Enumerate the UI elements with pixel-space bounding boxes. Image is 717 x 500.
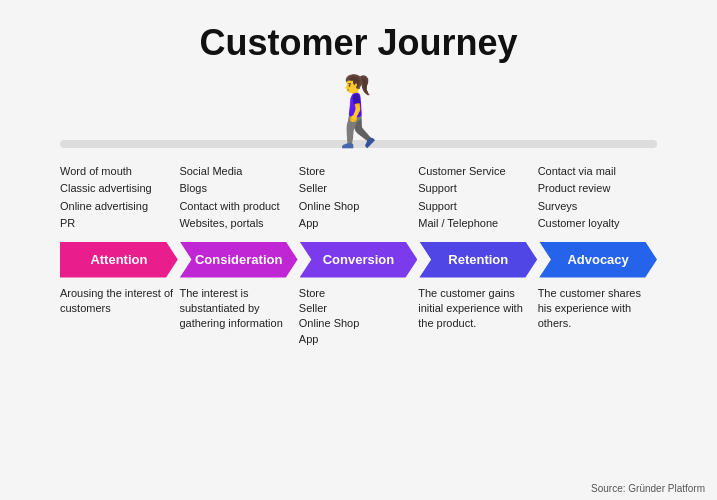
- touchpoint-col-advocacy: Contact via mailProduct reviewSurveysCus…: [538, 164, 657, 232]
- stage-advocacy: Advocacy: [539, 242, 657, 278]
- touchpoints-section: Word of mouthClassic advertisingOnline a…: [0, 164, 717, 232]
- stage-attention: Attention: [60, 242, 178, 278]
- stage-consideration: Consideration: [180, 242, 298, 278]
- touchpoint-item: Classic advertising: [60, 181, 179, 196]
- person-figure: 🚶‍♀️: [316, 76, 401, 144]
- descriptions-section: Arousing the interest of customersThe in…: [0, 286, 717, 348]
- touchpoint-item: Customer loyalty: [538, 216, 657, 231]
- stage-conversion: Conversion: [300, 242, 418, 278]
- touchpoint-item: App: [299, 216, 418, 231]
- touchpoint-col-conversion: StoreSellerOnline ShopApp: [299, 164, 418, 232]
- touchpoint-item: Support: [418, 181, 537, 196]
- touchpoint-col-retention: Customer ServiceSupportSupportMail / Tel…: [418, 164, 537, 232]
- touchpoint-item: Support: [418, 199, 537, 214]
- stage-retention: Retention: [419, 242, 537, 278]
- touchpoint-item: Customer Service: [418, 164, 537, 179]
- description-col-2: Store Seller Online Shop App: [299, 286, 418, 348]
- description-col-4: The customer shares his experience with …: [538, 286, 657, 348]
- touchpoint-item: Social Media: [179, 164, 298, 179]
- description-col-1: The interest is substantiated by gatheri…: [179, 286, 298, 348]
- source-label: Source: Gründer Platform: [591, 483, 705, 494]
- touchpoint-item: Contact with product: [179, 199, 298, 214]
- touchpoint-item: Websites, portals: [179, 216, 298, 231]
- touchpoint-item: Product review: [538, 181, 657, 196]
- touchpoint-col-attention: Word of mouthClassic advertisingOnline a…: [60, 164, 179, 232]
- touchpoint-item: Word of mouth: [60, 164, 179, 179]
- description-col-3: The customer gains initial experience wi…: [418, 286, 537, 348]
- touchpoint-item: Contact via mail: [538, 164, 657, 179]
- touchpoint-col-consideration: Social MediaBlogsContact with productWeb…: [179, 164, 298, 232]
- touchpoint-item: Seller: [299, 181, 418, 196]
- touchpoint-item: PR: [60, 216, 179, 231]
- touchpoint-item: Online Shop: [299, 199, 418, 214]
- touchpoint-item: Blogs: [179, 181, 298, 196]
- touchpoint-item: Store: [299, 164, 418, 179]
- page: Customer Journey 🚶‍♀️ Word of mouthClass…: [0, 0, 717, 500]
- figure-area: 🚶‍♀️: [0, 72, 717, 162]
- stages-row: AttentionConsiderationConversionRetentio…: [0, 242, 717, 278]
- touchpoint-item: Mail / Telephone: [418, 216, 537, 231]
- touchpoint-item: Online advertising: [60, 199, 179, 214]
- page-title: Customer Journey: [0, 0, 717, 64]
- description-col-0: Arousing the interest of customers: [60, 286, 179, 348]
- touchpoint-item: Surveys: [538, 199, 657, 214]
